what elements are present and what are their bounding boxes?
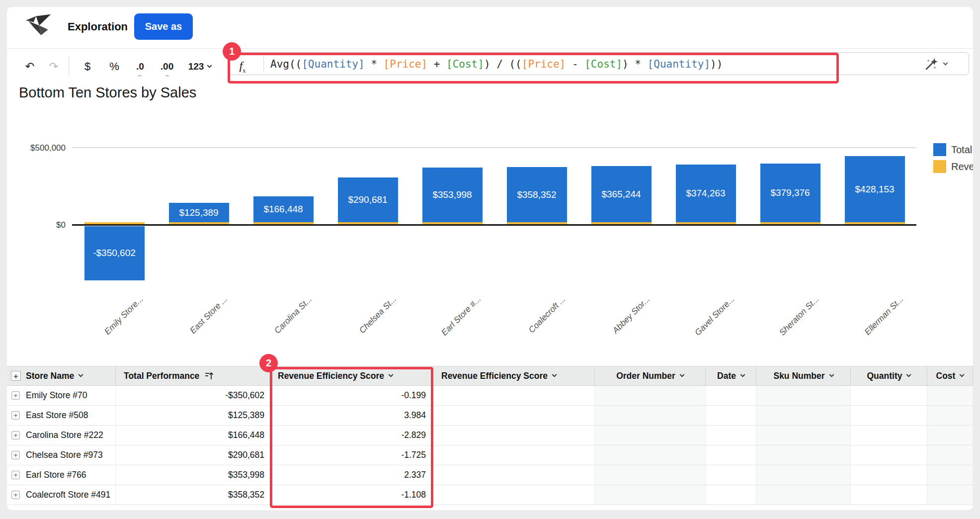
column-header-revenue-efficiency-score[interactable]: Revenue Efficiency Score xyxy=(433,366,595,385)
cell-empty[interactable] xyxy=(706,406,756,425)
cell-empty[interactable] xyxy=(756,386,851,405)
cell-revenue-efficiency-score[interactable]: -2.829 xyxy=(270,426,433,445)
cell-empty[interactable] xyxy=(927,386,973,405)
magic-wand-icon xyxy=(924,57,939,72)
add-column-button[interactable]: + xyxy=(11,371,21,381)
column-header-sku-number[interactable]: Sku Number xyxy=(756,366,851,385)
column-header-cost[interactable]: Cost xyxy=(927,366,973,385)
cell-store-name[interactable]: +Earl Store #766 xyxy=(7,465,116,485)
cell-store-name[interactable]: +Carolina Store #222 xyxy=(7,426,116,445)
cell-empty[interactable] xyxy=(706,386,756,405)
cell-empty[interactable] xyxy=(927,445,973,465)
cell-empty[interactable] xyxy=(433,445,595,465)
chevron-down-icon xyxy=(207,63,212,68)
cell-empty[interactable] xyxy=(433,386,595,405)
column-header-revenue-efficiency-score[interactable]: Revenue Efficiency Score xyxy=(270,366,433,385)
cell-revenue-efficiency-score[interactable]: 2.337 xyxy=(270,465,433,485)
cell-empty[interactable] xyxy=(595,426,706,445)
cell-total-performance[interactable]: $166,448 xyxy=(116,426,270,445)
cell-total-performance[interactable]: $125,389 xyxy=(116,406,270,425)
cell-empty[interactable] xyxy=(927,406,973,425)
document-title-dropdown[interactable]: Exploration xyxy=(68,20,139,33)
cell-total-performance[interactable]: -$350,602 xyxy=(116,386,270,405)
redo-button[interactable]: ↷ xyxy=(43,56,65,78)
cell-empty[interactable] xyxy=(595,465,706,485)
table-body: +Emily Store #70-$350,602-0.199+East Sto… xyxy=(7,386,973,505)
cell-total-performance[interactable]: $353,998 xyxy=(116,465,270,485)
column-header-quantity[interactable]: Quantity xyxy=(851,366,927,385)
cell-empty[interactable] xyxy=(851,386,927,405)
decrease-decimal-button[interactable]: .0← xyxy=(129,56,151,78)
bar-total-performance[interactable]: $358,352 xyxy=(507,167,567,222)
cell-empty[interactable] xyxy=(927,426,973,445)
cell-empty[interactable] xyxy=(595,386,706,405)
column-header-date[interactable]: Date xyxy=(706,366,756,385)
cell-empty[interactable] xyxy=(756,465,851,485)
gridline-500k xyxy=(72,147,916,148)
cell-empty[interactable] xyxy=(706,485,756,505)
bar-total-performance[interactable]: -$350,602 xyxy=(84,226,145,280)
cell-empty[interactable] xyxy=(433,406,595,425)
cell-empty[interactable] xyxy=(851,406,927,425)
cell-store-name[interactable]: +Coalecroft Store #491 xyxy=(7,485,116,505)
fx-button[interactable]: fx xyxy=(232,56,253,78)
bar-total-performance[interactable]: $353,998 xyxy=(422,168,483,222)
increase-decimal-button[interactable]: .00→ xyxy=(156,56,178,78)
bar-total-performance[interactable]: $365,244 xyxy=(591,166,652,222)
cell-total-performance[interactable]: $358,352 xyxy=(116,485,270,505)
bar-total-performance[interactable]: $125,389 xyxy=(169,203,229,222)
cell-revenue-efficiency-score[interactable]: -1.108 xyxy=(270,485,433,505)
cell-empty[interactable] xyxy=(851,426,927,445)
percent-format-button[interactable]: % xyxy=(103,56,125,78)
cell-empty[interactable] xyxy=(433,465,595,485)
currency-format-button[interactable]: $ xyxy=(77,56,98,78)
formula-text[interactable]: Avg(([Quantity] * [Price] + [Cost]) / ((… xyxy=(270,58,723,71)
expand-row-button[interactable]: + xyxy=(11,451,20,459)
bar-value-label: $125,389 xyxy=(179,207,218,218)
cell-empty[interactable] xyxy=(756,406,851,425)
cell-store-name[interactable]: +Chelsea Store #973 xyxy=(7,445,116,465)
column-header-store-name[interactable]: +Store Name xyxy=(7,366,116,385)
expand-row-button[interactable]: + xyxy=(11,471,20,479)
bar-total-performance[interactable]: $379,376 xyxy=(760,164,820,222)
cell-revenue-efficiency-score[interactable]: -0.199 xyxy=(270,386,433,405)
cell-revenue-efficiency-score[interactable]: -1.725 xyxy=(270,445,433,465)
expand-row-button[interactable]: + xyxy=(11,411,20,420)
expand-row-button[interactable]: + xyxy=(11,491,20,499)
cell-empty[interactable] xyxy=(433,426,595,445)
number-format-dropdown[interactable]: 123 xyxy=(184,56,216,78)
cell-empty[interactable] xyxy=(756,445,851,465)
cell-empty[interactable] xyxy=(706,445,756,465)
cell-empty[interactable] xyxy=(595,406,706,425)
cell-empty[interactable] xyxy=(595,445,706,465)
expand-row-button[interactable]: + xyxy=(11,391,20,400)
cell-empty[interactable] xyxy=(595,485,706,505)
cell-empty[interactable] xyxy=(706,465,756,485)
cell-empty[interactable] xyxy=(433,485,595,505)
cell-empty[interactable] xyxy=(851,445,927,465)
column-header-total-performance[interactable]: Total Performance xyxy=(116,366,270,385)
cell-revenue-efficiency-score[interactable]: 3.984 xyxy=(270,406,433,425)
app-logo-bird-icon[interactable] xyxy=(25,13,53,41)
cell-empty[interactable] xyxy=(706,426,756,445)
cell-store-name[interactable]: +East Store #508 xyxy=(7,406,116,425)
cell-store-name[interactable]: +Emily Store #70 xyxy=(7,386,116,405)
expand-row-button[interactable]: + xyxy=(11,431,20,439)
save-as-button[interactable]: Save as xyxy=(134,13,193,40)
cell-empty[interactable] xyxy=(756,426,851,445)
cell-empty[interactable] xyxy=(851,485,927,505)
legend-item-total-performance[interactable]: Total Performance xyxy=(933,143,973,156)
cell-total-performance[interactable]: $290,681 xyxy=(116,445,270,465)
legend-item-revenue-efficiency[interactable]: Revenue Efficiency Score xyxy=(933,160,973,173)
cell-empty[interactable] xyxy=(927,465,973,485)
bar-total-performance[interactable]: $428,153 xyxy=(845,156,905,222)
ai-formula-assistant-button[interactable] xyxy=(924,57,947,72)
cell-empty[interactable] xyxy=(927,485,973,505)
bar-total-performance[interactable]: $166,448 xyxy=(253,196,314,222)
bar-total-performance[interactable]: $374,263 xyxy=(676,165,736,222)
cell-empty[interactable] xyxy=(756,485,851,505)
bar-total-performance[interactable]: $290,681 xyxy=(338,177,398,222)
column-header-order-number[interactable]: Order Number xyxy=(595,366,706,385)
undo-button[interactable]: ↶ xyxy=(19,56,41,78)
cell-empty[interactable] xyxy=(851,465,927,485)
